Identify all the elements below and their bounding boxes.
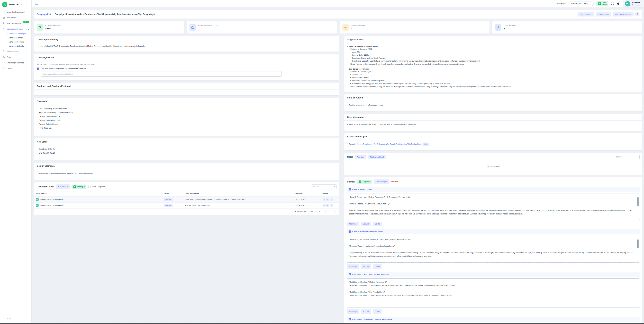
sidebar-item-marketing-activities[interactable]: Marketing Activities xyxy=(0,26,32,32)
show-completed-checkbox[interactable] xyxy=(88,186,90,188)
key-dates-card: Key Dates Start Date: 3 Oct 25 End Date:… xyxy=(34,138,339,160)
column-header[interactable]: Team Member xyxy=(34,191,162,197)
add-note-button[interactable]: Add Note xyxy=(355,155,366,159)
content-block-label[interactable]: Email 1: Email Content xyxy=(352,189,372,191)
scrollbar[interactable]: ▲▼ xyxy=(637,237,639,261)
content-textarea[interactable]: **Email 1: Subject: Modern Farmhouse Des… xyxy=(347,236,640,263)
edit-task-icon[interactable]: ✎ xyxy=(322,198,326,201)
section-title: Key Dates xyxy=(34,138,339,145)
sidebar-subnav: Marketing Campaigns Marketing Projects M… xyxy=(0,32,32,49)
set-link-button[interactable]: Set Link xyxy=(361,264,371,269)
delete-button[interactable]: Delete xyxy=(373,264,382,269)
sidebar-item-marketing-campaigns[interactable]: Marketing Campaigns xyxy=(0,32,32,36)
column-header[interactable]: Task Description xyxy=(184,191,294,197)
sidebar-item-marketing-meetings[interactable]: Marketing Meetings xyxy=(0,40,32,44)
column-header[interactable]: Status xyxy=(162,191,184,197)
sidebar-item-your-tasks[interactable]: Your Tasks xyxy=(0,15,32,21)
dark-mode-moon-icon[interactable] xyxy=(617,2,620,5)
complete-task-icon[interactable]: ✓ xyxy=(326,204,329,207)
save-changes-button[interactable]: Save Changes xyxy=(374,180,389,184)
amplify-it-button[interactable]: Amplify It xyxy=(357,180,372,184)
delete-button[interactable]: Delete xyxy=(373,309,382,314)
content-block-label[interactable]: Print Media: Direct Mail - Modern Farmho… xyxy=(352,318,392,320)
app-logo[interactable]: AMPLIFYO xyxy=(0,0,32,9)
next-page-button[interactable]: › xyxy=(332,211,332,213)
bullet-icon xyxy=(37,128,37,128)
sidebar-item-next-steps-ideas[interactable]: Next Steps Ideas Ideas xyxy=(0,21,32,26)
content-block-checkbox[interactable]: ✓ xyxy=(348,318,351,320)
app-version: v1.066 xyxy=(7,318,12,319)
sidebar-item-marketing-projects[interactable]: Marketing Projects xyxy=(0,36,32,40)
sidebar-item-logout[interactable]: Logout xyxy=(0,66,32,71)
delete-task-icon[interactable]: × xyxy=(330,198,332,201)
sidebar-item-fundamentals[interactable]: Fundamentals xyxy=(0,49,32,54)
table-row[interactable]: MCMarketing Co-ordinator - Admin Assigne… xyxy=(34,197,339,202)
mark-all-read-button[interactable]: Mark All as Read xyxy=(368,155,386,159)
scroll-thumb xyxy=(638,239,638,248)
add-image-button[interactable]: Add Image xyxy=(347,222,360,226)
prev-page-button[interactable]: ‹ xyxy=(328,211,329,213)
fullscreen-icon[interactable] xyxy=(611,2,614,5)
add-image-button[interactable]: Add Image xyxy=(347,309,360,314)
last-page-button[interactable]: ›| xyxy=(335,211,336,213)
business-label: Business: xyxy=(557,3,566,5)
column-header-sorted[interactable]: Task Due▲ xyxy=(294,191,321,197)
scroll-up-icon: ▲ xyxy=(638,237,639,238)
sidebar-item-marketing-calendar[interactable]: Marketing Calendar xyxy=(0,44,32,48)
help-button[interactable]: ? xyxy=(635,12,640,17)
design-elements-card: Design Elements Tone of Voice: Straight … xyxy=(34,163,339,180)
person-icon xyxy=(495,24,502,31)
content-block-checkbox[interactable]: ✓ xyxy=(348,230,351,233)
delete-button[interactable]: Delete xyxy=(373,222,382,226)
sidebar-item-team[interactable]: Team xyxy=(0,54,32,60)
set-link-button[interactable]: Set Link xyxy=(361,309,371,314)
print-campaign-button[interactable]: Print Campaign xyxy=(578,12,594,17)
goal-checkbox[interactable]: ✓ xyxy=(37,68,39,70)
edit-task-icon[interactable]: ✎ xyxy=(322,204,326,207)
content-block-checkbox[interactable]: ✓ xyxy=(348,273,351,275)
dash-icon xyxy=(350,55,351,55)
amplifyo-logo-icon xyxy=(2,2,7,7)
rows-per-page-select[interactable]: 20 ▾ xyxy=(310,211,312,212)
main-content: Campaign List › Campaign - Promo for Mod… xyxy=(32,8,644,324)
unlink-button[interactable]: unlink xyxy=(422,142,428,146)
complete-campaign-button[interactable]: Complete Campaign xyxy=(613,12,634,17)
add-image-button[interactable]: Add Image xyxy=(347,264,360,269)
stat-total-tasks: TOTAL CAMPAIGN TASKS2 xyxy=(187,21,337,34)
content-block-checkbox[interactable]: ✓ xyxy=(348,188,351,191)
user-menu[interactable]: MC MarketingCo-ordinator xyxy=(622,0,644,8)
content-block-label[interactable]: Email 1: Modern Farmhouse Allure xyxy=(352,231,383,233)
sidebar-item-marketing-consulting[interactable]: Marketing Consulting xyxy=(0,60,32,66)
set-link-button[interactable]: Set Link xyxy=(361,222,371,226)
breadcrumb-campaign-list[interactable]: Campaign List xyxy=(37,13,51,16)
business-select[interactable]: Watermayne_Demo1 xyxy=(569,2,594,6)
project-link[interactable]: Modern Farmhouse - Top 5 Reasons Why Peo… xyxy=(356,143,421,145)
scrollbar[interactable]: ▲▼ xyxy=(637,195,639,219)
dash-icon xyxy=(350,80,351,81)
notes-filter-input[interactable] xyxy=(615,155,636,159)
content-textarea[interactable]: **Email 1: Subject Line:** Modern Farmho… xyxy=(347,194,640,220)
sidebar-item-marketing-dashboard[interactable]: Marketing Dashboard xyxy=(0,9,32,15)
bullet-icon xyxy=(37,149,37,149)
section-title: Products and Services Featured xyxy=(34,83,339,90)
stat-team-members: TEAM MEMBERS1 xyxy=(492,21,642,34)
delete-task-icon[interactable]: × xyxy=(330,204,332,207)
topbar: Business: Watermayne_Demo1 AskAmpie MC M… xyxy=(32,0,644,8)
tasks-filter-input[interactable] xyxy=(312,185,332,189)
create-task-button[interactable]: Create Task xyxy=(56,184,70,189)
show-completed-toggle[interactable]: Show Completed xyxy=(88,186,105,188)
ask-ampie-button[interactable]: AskAmpie xyxy=(596,1,608,6)
table-row[interactable]: MCMarketing Co-ordinator - Admin Assigne… xyxy=(34,202,339,208)
content-textarea[interactable]: **Paid Search: Headline:** Modern Farmho… xyxy=(347,278,640,308)
edit-campaign-button[interactable]: Edit Campaign xyxy=(596,12,612,17)
clear-filter-button[interactable]: x xyxy=(636,155,640,159)
amplifyo-logo-icon xyxy=(359,181,361,183)
clear-filter-button[interactable]: x xyxy=(332,185,336,189)
goal-notes-input[interactable] xyxy=(40,71,282,77)
menu-toggle-icon[interactable] xyxy=(35,2,38,6)
first-page-button[interactable]: |‹ xyxy=(325,211,326,213)
window-bottom-edge xyxy=(0,323,644,324)
amplify-it-button[interactable]: Amplify It xyxy=(72,185,86,189)
content-block-label[interactable]: Paid Search: Paid Search Advertisements xyxy=(352,273,389,275)
complete-task-icon[interactable]: ✓ xyxy=(326,198,329,201)
